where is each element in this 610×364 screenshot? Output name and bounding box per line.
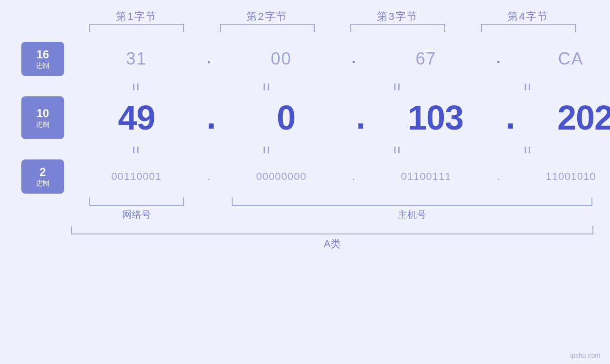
hex-val-3: 67 <box>415 49 436 69</box>
dec-cell-4: 202 <box>520 98 610 137</box>
dec-data-cells: 49 . 0 . 103 . 202 <box>71 97 610 139</box>
bin-label-num: 2 <box>39 166 46 179</box>
bin-dot-3: . <box>491 170 506 183</box>
hex-dot-1: . <box>202 51 216 66</box>
dec-val-1: 49 <box>118 98 155 137</box>
bottom-brackets <box>71 197 610 206</box>
bin-val-2: 00000000 <box>256 170 307 183</box>
bracket-bottom-1 <box>89 197 184 206</box>
col-header-3: 第3字节 <box>332 9 463 24</box>
bin-label-unit: 进制 <box>36 179 49 187</box>
aclass-bracket <box>71 226 593 234</box>
equal-1-4: II <box>463 82 593 93</box>
equal-1-3: II <box>332 82 463 93</box>
bin-val-4: 11001010 <box>546 170 596 183</box>
bin-data-cells: 00110001 . 00000000 . 01100111 . 1100101… <box>71 170 610 183</box>
aclass-label: A类 <box>324 238 341 250</box>
hex-label: 16 进制 <box>21 42 64 76</box>
equal-2-2: II <box>202 145 332 156</box>
bin-row: 2 进制 00110001 . 00000000 . 01100111 . 11… <box>0 159 610 194</box>
bin-cell-4: 11001010 <box>506 170 610 183</box>
hex-val-1: 31 <box>126 49 147 69</box>
bracket-cell-2 <box>202 24 332 32</box>
hex-dot-3: . <box>491 51 506 66</box>
hex-dot-2: . <box>347 51 361 66</box>
bracket-bottom-wide <box>232 197 592 206</box>
dec-row: 10 进制 49 . 0 . 103 . 202 <box>0 96 610 139</box>
col-header-2: 第2字节 <box>202 9 332 24</box>
hex-val-2: 00 <box>271 49 291 69</box>
watermark: ipshu.com <box>570 352 601 359</box>
bin-dot-1: . <box>202 170 216 183</box>
hex-data-cells: 31 . 00 . 67 . CA <box>71 49 610 69</box>
bin-val-3: 01100111 <box>401 170 451 183</box>
equal-2-3: II <box>332 145 463 156</box>
equal-2-1: II <box>71 145 202 156</box>
equal-1-2: II <box>202 82 332 93</box>
dec-val-2: 0 <box>277 98 295 137</box>
equal-2-4: II <box>463 145 593 156</box>
dec-dot-3: . <box>501 97 520 139</box>
bottom-bracket-net <box>71 197 202 206</box>
bracket-cell-3 <box>332 24 463 32</box>
dec-val-4: 202 <box>557 98 610 137</box>
dec-label: 10 进制 <box>21 96 64 139</box>
host-label: 主机号 <box>216 208 608 221</box>
top-bracket-4 <box>481 24 576 32</box>
top-bracket-1 <box>89 24 184 32</box>
bin-val-1: 00110001 <box>112 170 162 183</box>
hex-cell-2: 00 <box>216 49 347 69</box>
network-host-labels: 网络号 主机号 <box>71 208 610 221</box>
dec-dot-2: . <box>351 97 370 139</box>
dec-label-num: 10 <box>37 107 49 121</box>
bracket-cell-1 <box>71 24 202 32</box>
main-container: 第1字节 第2字节 第3字节 第4字节 16 进制 31 . <box>0 0 610 364</box>
hex-cell-3: 67 <box>361 49 491 69</box>
hex-val-4: CA <box>558 49 583 69</box>
dec-cell-2: 0 <box>221 98 351 137</box>
equal-row-2: II II II II <box>71 143 610 157</box>
hex-cell-1: 31 <box>71 49 202 69</box>
top-bracket-3 <box>350 24 445 32</box>
bin-cell-1: 00110001 <box>71 170 202 183</box>
column-headers: 第1字节 第2字节 第3字节 第4字节 <box>71 9 610 24</box>
bin-label: 2 进制 <box>21 159 64 194</box>
col-header-1: 第1字节 <box>71 9 202 24</box>
network-label: 网络号 <box>71 208 202 221</box>
hex-cell-4: CA <box>506 49 610 69</box>
dec-cell-3: 103 <box>370 98 501 137</box>
top-bracket-2 <box>220 24 315 32</box>
equal-1-1: II <box>71 82 202 93</box>
hex-row: 16 进制 31 . 00 . 67 . CA <box>0 42 610 76</box>
dec-cell-1: 49 <box>71 98 202 137</box>
aclass-label-container: A类 <box>71 237 593 251</box>
equal-row-1: II II II II <box>71 80 610 94</box>
hex-label-unit: 进制 <box>36 62 49 70</box>
aclass-bracket-container <box>71 226 610 234</box>
bracket-cell-4 <box>463 24 593 32</box>
dec-label-unit: 进制 <box>36 121 49 129</box>
bin-cell-3: 01100111 <box>361 170 491 183</box>
col-header-4: 第4字节 <box>463 9 593 24</box>
bin-dot-2: . <box>347 170 361 183</box>
dec-dot-1: . <box>202 97 221 139</box>
dec-val-3: 103 <box>408 98 463 137</box>
hex-label-num: 16 <box>37 48 49 62</box>
bottom-bracket-host <box>216 197 608 206</box>
bin-cell-2: 00000000 <box>216 170 347 183</box>
top-brackets <box>71 24 610 32</box>
